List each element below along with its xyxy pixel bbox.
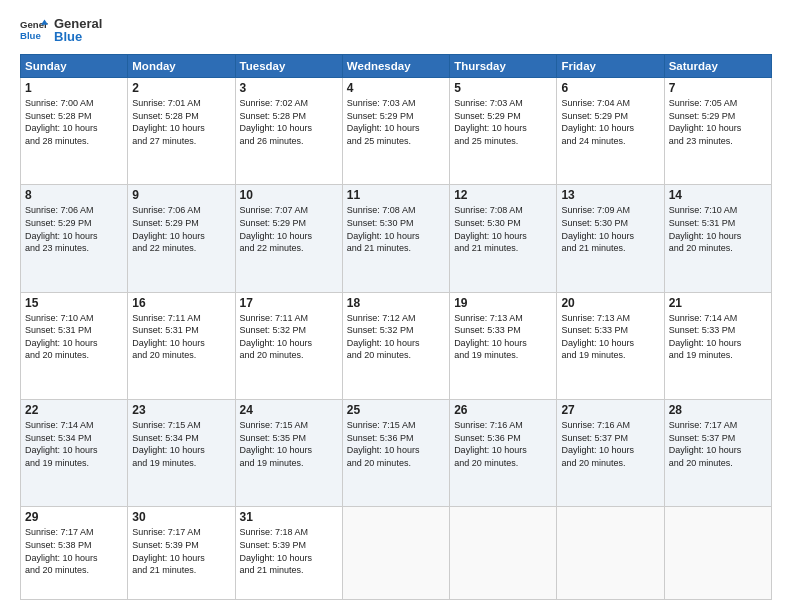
cell-day-info: Sunrise: 7:03 AM Sunset: 5:29 PM Dayligh… xyxy=(454,97,552,147)
calendar-cell: 4Sunrise: 7:03 AM Sunset: 5:29 PM Daylig… xyxy=(342,78,449,185)
cell-day-info: Sunrise: 7:14 AM Sunset: 5:34 PM Dayligh… xyxy=(25,419,123,469)
cell-day-info: Sunrise: 7:13 AM Sunset: 5:33 PM Dayligh… xyxy=(561,312,659,362)
calendar-cell: 11Sunrise: 7:08 AM Sunset: 5:30 PM Dayli… xyxy=(342,185,449,292)
cell-day-number: 10 xyxy=(240,188,338,202)
cell-day-info: Sunrise: 7:15 AM Sunset: 5:36 PM Dayligh… xyxy=(347,419,445,469)
cell-day-info: Sunrise: 7:09 AM Sunset: 5:30 PM Dayligh… xyxy=(561,204,659,254)
cell-day-info: Sunrise: 7:18 AM Sunset: 5:39 PM Dayligh… xyxy=(240,526,338,576)
logo-blue-text: Blue xyxy=(54,29,102,44)
calendar-cell: 22Sunrise: 7:14 AM Sunset: 5:34 PM Dayli… xyxy=(21,399,128,506)
cell-day-info: Sunrise: 7:01 AM Sunset: 5:28 PM Dayligh… xyxy=(132,97,230,147)
cell-day-info: Sunrise: 7:12 AM Sunset: 5:32 PM Dayligh… xyxy=(347,312,445,362)
cell-day-number: 17 xyxy=(240,296,338,310)
cell-day-number: 28 xyxy=(669,403,767,417)
calendar-cell: 14Sunrise: 7:10 AM Sunset: 5:31 PM Dayli… xyxy=(664,185,771,292)
cell-day-number: 24 xyxy=(240,403,338,417)
cell-day-number: 30 xyxy=(132,510,230,524)
header-day-friday: Friday xyxy=(557,55,664,78)
calendar-cell: 30Sunrise: 7:17 AM Sunset: 5:39 PM Dayli… xyxy=(128,507,235,600)
cell-day-info: Sunrise: 7:05 AM Sunset: 5:29 PM Dayligh… xyxy=(669,97,767,147)
cell-day-info: Sunrise: 7:11 AM Sunset: 5:31 PM Dayligh… xyxy=(132,312,230,362)
cell-day-number: 5 xyxy=(454,81,552,95)
header: General Blue General Blue xyxy=(20,16,772,44)
cell-day-info: Sunrise: 7:16 AM Sunset: 5:36 PM Dayligh… xyxy=(454,419,552,469)
cell-day-number: 8 xyxy=(25,188,123,202)
calendar-cell: 5Sunrise: 7:03 AM Sunset: 5:29 PM Daylig… xyxy=(450,78,557,185)
cell-day-info: Sunrise: 7:14 AM Sunset: 5:33 PM Dayligh… xyxy=(669,312,767,362)
calendar-cell: 3Sunrise: 7:02 AM Sunset: 5:28 PM Daylig… xyxy=(235,78,342,185)
cell-day-number: 29 xyxy=(25,510,123,524)
calendar-header-row: SundayMondayTuesdayWednesdayThursdayFrid… xyxy=(21,55,772,78)
cell-day-number: 16 xyxy=(132,296,230,310)
svg-text:Blue: Blue xyxy=(20,30,41,41)
cell-day-number: 9 xyxy=(132,188,230,202)
calendar-cell: 6Sunrise: 7:04 AM Sunset: 5:29 PM Daylig… xyxy=(557,78,664,185)
calendar-cell: 20Sunrise: 7:13 AM Sunset: 5:33 PM Dayli… xyxy=(557,292,664,399)
cell-day-number: 15 xyxy=(25,296,123,310)
calendar-cell: 29Sunrise: 7:17 AM Sunset: 5:38 PM Dayli… xyxy=(21,507,128,600)
calendar-cell: 26Sunrise: 7:16 AM Sunset: 5:36 PM Dayli… xyxy=(450,399,557,506)
calendar-cell: 23Sunrise: 7:15 AM Sunset: 5:34 PM Dayli… xyxy=(128,399,235,506)
calendar-cell: 25Sunrise: 7:15 AM Sunset: 5:36 PM Dayli… xyxy=(342,399,449,506)
cell-day-info: Sunrise: 7:13 AM Sunset: 5:33 PM Dayligh… xyxy=(454,312,552,362)
calendar-cell xyxy=(342,507,449,600)
cell-day-number: 1 xyxy=(25,81,123,95)
calendar-cell: 15Sunrise: 7:10 AM Sunset: 5:31 PM Dayli… xyxy=(21,292,128,399)
cell-day-number: 2 xyxy=(132,81,230,95)
calendar-cell xyxy=(557,507,664,600)
cell-day-number: 3 xyxy=(240,81,338,95)
cell-day-number: 25 xyxy=(347,403,445,417)
calendar-cell: 12Sunrise: 7:08 AM Sunset: 5:30 PM Dayli… xyxy=(450,185,557,292)
calendar-week-5: 29Sunrise: 7:17 AM Sunset: 5:38 PM Dayli… xyxy=(21,507,772,600)
cell-day-number: 22 xyxy=(25,403,123,417)
calendar-cell: 19Sunrise: 7:13 AM Sunset: 5:33 PM Dayli… xyxy=(450,292,557,399)
cell-day-number: 27 xyxy=(561,403,659,417)
header-day-thursday: Thursday xyxy=(450,55,557,78)
calendar-cell xyxy=(450,507,557,600)
cell-day-info: Sunrise: 7:10 AM Sunset: 5:31 PM Dayligh… xyxy=(669,204,767,254)
calendar-cell: 16Sunrise: 7:11 AM Sunset: 5:31 PM Dayli… xyxy=(128,292,235,399)
cell-day-info: Sunrise: 7:02 AM Sunset: 5:28 PM Dayligh… xyxy=(240,97,338,147)
cell-day-info: Sunrise: 7:08 AM Sunset: 5:30 PM Dayligh… xyxy=(347,204,445,254)
cell-day-info: Sunrise: 7:06 AM Sunset: 5:29 PM Dayligh… xyxy=(132,204,230,254)
cell-day-info: Sunrise: 7:11 AM Sunset: 5:32 PM Dayligh… xyxy=(240,312,338,362)
cell-day-number: 18 xyxy=(347,296,445,310)
cell-day-info: Sunrise: 7:17 AM Sunset: 5:38 PM Dayligh… xyxy=(25,526,123,576)
cell-day-info: Sunrise: 7:00 AM Sunset: 5:28 PM Dayligh… xyxy=(25,97,123,147)
calendar-cell: 17Sunrise: 7:11 AM Sunset: 5:32 PM Dayli… xyxy=(235,292,342,399)
calendar-cell: 2Sunrise: 7:01 AM Sunset: 5:28 PM Daylig… xyxy=(128,78,235,185)
cell-day-number: 11 xyxy=(347,188,445,202)
cell-day-info: Sunrise: 7:16 AM Sunset: 5:37 PM Dayligh… xyxy=(561,419,659,469)
header-day-wednesday: Wednesday xyxy=(342,55,449,78)
cell-day-info: Sunrise: 7:10 AM Sunset: 5:31 PM Dayligh… xyxy=(25,312,123,362)
calendar-cell: 18Sunrise: 7:12 AM Sunset: 5:32 PM Dayli… xyxy=(342,292,449,399)
cell-day-number: 7 xyxy=(669,81,767,95)
cell-day-number: 6 xyxy=(561,81,659,95)
header-day-monday: Monday xyxy=(128,55,235,78)
calendar-week-3: 15Sunrise: 7:10 AM Sunset: 5:31 PM Dayli… xyxy=(21,292,772,399)
cell-day-info: Sunrise: 7:17 AM Sunset: 5:37 PM Dayligh… xyxy=(669,419,767,469)
calendar-cell: 8Sunrise: 7:06 AM Sunset: 5:29 PM Daylig… xyxy=(21,185,128,292)
cell-day-number: 19 xyxy=(454,296,552,310)
cell-day-number: 21 xyxy=(669,296,767,310)
calendar-cell: 13Sunrise: 7:09 AM Sunset: 5:30 PM Dayli… xyxy=(557,185,664,292)
header-day-sunday: Sunday xyxy=(21,55,128,78)
cell-day-number: 14 xyxy=(669,188,767,202)
cell-day-number: 20 xyxy=(561,296,659,310)
cell-day-info: Sunrise: 7:15 AM Sunset: 5:35 PM Dayligh… xyxy=(240,419,338,469)
header-day-tuesday: Tuesday xyxy=(235,55,342,78)
cell-day-info: Sunrise: 7:15 AM Sunset: 5:34 PM Dayligh… xyxy=(132,419,230,469)
cell-day-info: Sunrise: 7:03 AM Sunset: 5:29 PM Dayligh… xyxy=(347,97,445,147)
cell-day-number: 13 xyxy=(561,188,659,202)
calendar-week-4: 22Sunrise: 7:14 AM Sunset: 5:34 PM Dayli… xyxy=(21,399,772,506)
calendar-cell xyxy=(664,507,771,600)
logo-icon: General Blue xyxy=(20,16,48,44)
calendar-cell: 10Sunrise: 7:07 AM Sunset: 5:29 PM Dayli… xyxy=(235,185,342,292)
calendar-cell: 9Sunrise: 7:06 AM Sunset: 5:29 PM Daylig… xyxy=(128,185,235,292)
cell-day-info: Sunrise: 7:17 AM Sunset: 5:39 PM Dayligh… xyxy=(132,526,230,576)
cell-day-number: 23 xyxy=(132,403,230,417)
cell-day-number: 12 xyxy=(454,188,552,202)
calendar-week-2: 8Sunrise: 7:06 AM Sunset: 5:29 PM Daylig… xyxy=(21,185,772,292)
calendar-week-1: 1Sunrise: 7:00 AM Sunset: 5:28 PM Daylig… xyxy=(21,78,772,185)
cell-day-number: 26 xyxy=(454,403,552,417)
